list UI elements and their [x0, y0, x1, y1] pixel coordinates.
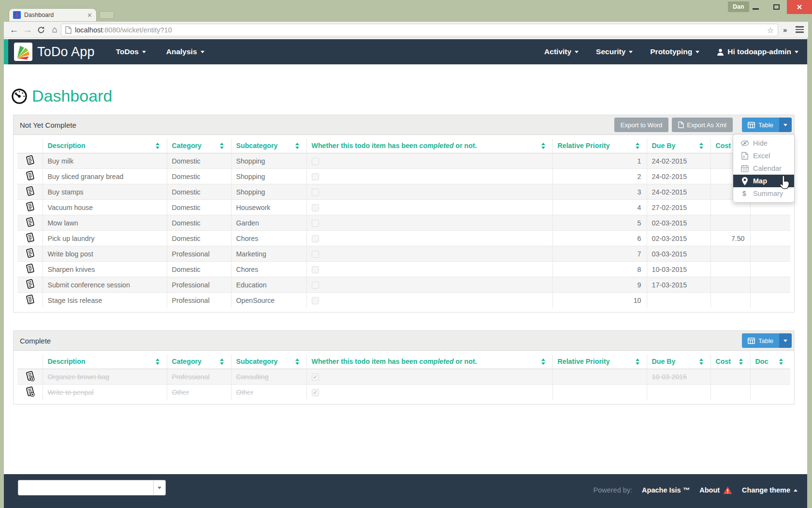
column-header-category[interactable]: Category	[167, 355, 231, 369]
nav-menu-todos[interactable]: ToDos	[116, 47, 146, 56]
todo-item-done-icon[interactable]	[25, 386, 35, 397]
completed-checkbox[interactable]	[312, 220, 319, 227]
sort-icon[interactable]	[636, 359, 640, 365]
completed-checkbox[interactable]	[312, 189, 319, 196]
app-brand[interactable]: ToDo App	[37, 45, 95, 60]
view-dropdown-toggle[interactable]	[779, 333, 792, 348]
forward-icon[interactable]: →	[21, 22, 34, 38]
tab-close-icon[interactable]: ✕	[87, 12, 92, 18]
home-icon[interactable]: ⌂	[48, 22, 61, 38]
export-to-word-button[interactable]: Export to Word	[614, 118, 668, 132]
column-header-category[interactable]: Category	[167, 139, 231, 153]
todo-item-icon[interactable]	[25, 247, 35, 259]
todo-item-icon[interactable]	[25, 294, 35, 305]
cell-description[interactable]: Organize brown bag	[43, 369, 167, 385]
export-as-xml-button[interactable]: Export As Xml	[672, 118, 733, 132]
view-menu-item-excel[interactable]: xExcel	[733, 149, 794, 162]
nav-menu-prototyping[interactable]: Prototyping	[650, 47, 699, 56]
todo-item-icon[interactable]	[25, 278, 35, 290]
reload-icon[interactable]	[35, 22, 47, 38]
change-theme-link[interactable]: Change theme	[742, 486, 798, 494]
column-header-doc[interactable]: Doc	[750, 355, 790, 369]
completed-checkbox[interactable]	[312, 235, 319, 242]
column-header-completed[interactable]: Whether this todo item has been complete…	[306, 139, 552, 153]
completed-checkbox[interactable]	[312, 297, 319, 304]
completed-checkbox-checked[interactable]: ✓	[312, 389, 319, 396]
sort-icon[interactable]	[295, 143, 300, 149]
cell-description[interactable]: Buy stamps	[43, 184, 167, 200]
back-icon[interactable]: ←	[8, 22, 20, 38]
todo-item-icon[interactable]	[25, 232, 35, 243]
sort-icon[interactable]	[541, 143, 546, 149]
completed-checkbox[interactable]	[312, 158, 319, 165]
about-link[interactable]: About	[699, 486, 732, 494]
view-table-button[interactable]: Table	[742, 118, 779, 132]
column-header-description[interactable]: Description	[43, 355, 167, 369]
close-button[interactable]: ✕	[787, 0, 812, 14]
sort-icon[interactable]	[220, 359, 224, 365]
todo-item-icon[interactable]	[25, 201, 35, 212]
app-logo-icon[interactable]	[14, 43, 32, 61]
cell-description[interactable]: Pick up laundry	[43, 231, 167, 246]
sort-icon[interactable]	[156, 359, 160, 365]
sort-icon[interactable]	[779, 359, 783, 365]
column-header-cost[interactable]: Cost	[710, 355, 750, 369]
column-header-completed[interactable]: Whether this todo item has been complete…	[306, 355, 552, 369]
todo-item-done-icon[interactable]	[25, 370, 35, 382]
sort-icon[interactable]	[156, 143, 160, 149]
todo-item-icon[interactable]	[25, 263, 35, 274]
column-header-due[interactable]: Due By	[647, 355, 710, 369]
sort-icon[interactable]	[220, 143, 224, 149]
menu-icon[interactable]	[796, 26, 804, 34]
sort-icon[interactable]	[699, 143, 704, 149]
cell-description[interactable]: Buy sliced granary bread	[43, 169, 167, 184]
url-text[interactable]: localhost:8080/wicket/entity?10	[75, 26, 764, 34]
toolbar-overflow-icon[interactable]: »	[783, 26, 787, 34]
browser-tab[interactable]: b Dashboard ✕	[9, 8, 97, 21]
completed-checkbox[interactable]	[312, 204, 319, 211]
nav-menu-security[interactable]: Security	[596, 47, 633, 56]
completed-checkbox[interactable]	[312, 282, 319, 289]
view-menu-item-calendar[interactable]: Calendar	[733, 162, 794, 175]
cell-description[interactable]: Buy milk	[43, 153, 167, 169]
view-dropdown-toggle[interactable]	[779, 118, 792, 132]
select-caret-icon[interactable]	[153, 480, 165, 495]
apache-isis-link[interactable]: Apache Isis ™	[642, 486, 690, 494]
todo-item-icon[interactable]	[25, 170, 35, 181]
view-table-button[interactable]: Table	[742, 333, 779, 348]
column-header-due[interactable]: Due By	[647, 139, 710, 153]
column-header-priority[interactable]: Relative Priority	[552, 355, 647, 369]
todo-item-icon[interactable]	[25, 216, 35, 228]
nav-menu-activity[interactable]: Activity	[544, 47, 579, 56]
cell-description[interactable]: Write blog post	[43, 246, 167, 262]
column-header-description[interactable]: Description	[43, 139, 167, 153]
sort-icon[interactable]	[541, 359, 546, 365]
column-header-subcategory[interactable]: Subcategory	[231, 139, 306, 153]
nav-menu-analysis[interactable]: Analysis	[166, 47, 204, 56]
sort-icon[interactable]	[699, 359, 704, 365]
sort-icon[interactable]	[636, 143, 640, 149]
minimize-button[interactable]	[746, 0, 765, 14]
completed-checkbox[interactable]	[312, 266, 319, 273]
completed-checkbox[interactable]	[312, 251, 319, 258]
todo-item-icon[interactable]	[25, 185, 35, 197]
completed-checkbox-checked[interactable]: ✓	[312, 374, 319, 381]
bookmark-star-icon[interactable]: ☆	[767, 26, 774, 35]
cell-description[interactable]: Write to penpal	[43, 385, 167, 400]
theme-select[interactable]	[18, 480, 166, 495]
cell-description[interactable]: Sharpen knives	[43, 262, 167, 277]
new-tab-button[interactable]	[100, 11, 114, 19]
url-bar[interactable]: localhost:8080/wicket/entity?10 ☆	[61, 24, 778, 36]
cell-description[interactable]: Mow lawn	[43, 215, 167, 231]
cell-description[interactable]: Submit conference session	[43, 277, 167, 293]
column-header-priority[interactable]: Relative Priority	[552, 139, 647, 153]
column-header-subcategory[interactable]: Subcategory	[231, 355, 306, 369]
nav-menu-hi-todoapp-admin[interactable]: Hi todoapp-admin	[717, 47, 798, 56]
cell-description[interactable]: Vacuum house	[43, 200, 167, 215]
completed-checkbox[interactable]	[312, 173, 319, 180]
sort-icon[interactable]	[739, 359, 743, 365]
view-menu-item-hide[interactable]: Hide	[733, 137, 794, 149]
cell-description[interactable]: Stage Isis release	[43, 293, 167, 308]
maximize-button[interactable]	[767, 0, 786, 14]
sort-icon[interactable]	[295, 359, 300, 365]
